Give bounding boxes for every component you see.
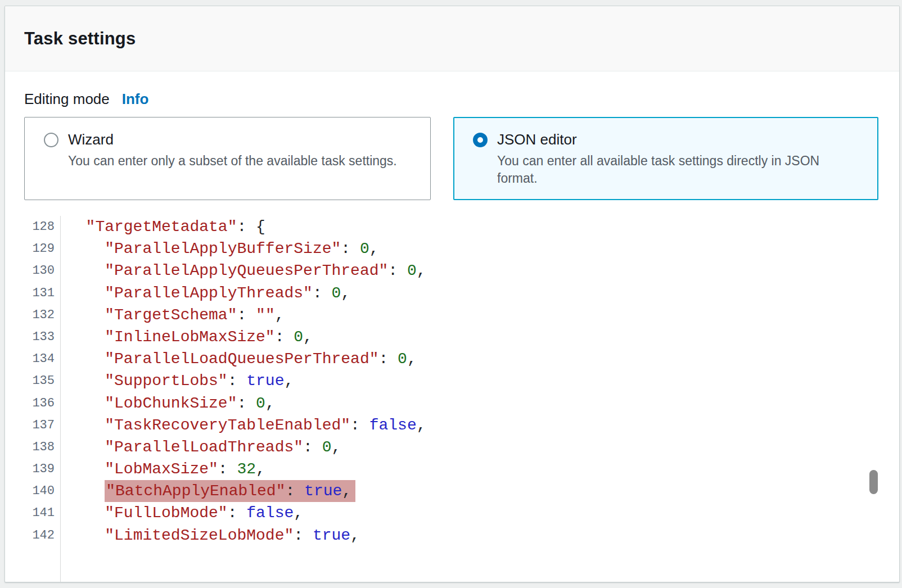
line-number: 141 [5, 502, 60, 524]
code-line[interactable]: "ParallelLoadQueuesPerThread": 0, [67, 348, 426, 370]
line-number: 137 [5, 414, 60, 436]
wizard-option-description: You can enter only a subset of the avail… [68, 152, 417, 170]
code-line[interactable]: "ParallelLoadThreads": 0, [67, 436, 426, 458]
code-line[interactable]: "InlineLobMaxSize": 0, [67, 326, 426, 348]
code-line[interactable]: "LobChunkSize": 0, [67, 392, 426, 414]
line-number: 140 [5, 480, 60, 502]
code-line[interactable]: "ParallelApplyBufferSize": 0, [67, 238, 426, 260]
editing-mode-row: Editing mode Info [24, 91, 148, 108]
line-number: 138 [5, 436, 60, 458]
task-settings-panel: Task settings Editing mode Info Wizard Y… [4, 6, 900, 582]
json-editor-option-title: JSON editor [497, 131, 577, 148]
code-line[interactable]: "LobMaxSize": 32, [67, 458, 426, 480]
line-number: 142 [5, 524, 60, 546]
line-number: 129 [5, 238, 60, 260]
highlighted-code: "BatchApplyEnabled": true, [105, 480, 355, 502]
json-editor-option-description: You can enter all available task setting… [497, 152, 849, 187]
code-line[interactable]: "FullLobMode": false, [67, 502, 426, 524]
code-lines[interactable]: "TargetMetadata": { "ParallelApplyBuffer… [67, 216, 426, 546]
json-editor-radio-button[interactable] [473, 133, 488, 147]
code-line[interactable]: "ParallelApplyThreads": 0, [67, 282, 426, 304]
code-line[interactable]: "BatchApplyEnabled": true, [67, 480, 426, 502]
panel-title: Task settings [24, 29, 136, 49]
json-code-editor[interactable]: 1281291301311321331341351361371381391401… [5, 216, 899, 582]
line-number: 139 [5, 458, 60, 480]
line-number: 133 [5, 326, 60, 348]
wizard-radio-button[interactable] [44, 133, 58, 147]
info-link[interactable]: Info [122, 91, 149, 108]
json-editor-option-head: JSON editor [473, 131, 864, 148]
editing-mode-label: Editing mode [24, 91, 110, 108]
line-number: 134 [5, 348, 60, 370]
json-editor-option-card[interactable]: JSON editor You can enter all available … [453, 117, 878, 200]
wizard-option-title: Wizard [68, 131, 114, 148]
line-number: 135 [5, 370, 60, 392]
line-number: 131 [5, 282, 60, 304]
code-line[interactable]: "ParallelApplyQueuesPerThread": 0, [67, 260, 426, 282]
line-number: 132 [5, 304, 60, 326]
code-line[interactable]: "TargetSchema": "", [67, 304, 426, 326]
code-line[interactable]: "TargetMetadata": { [67, 216, 426, 238]
panel-header: Task settings [5, 6, 899, 71]
editing-mode-options: Wizard You can enter only a subset of th… [24, 117, 878, 200]
wizard-option-card[interactable]: Wizard You can enter only a subset of th… [24, 117, 431, 200]
line-number-gutter: 1281291301311321331341351361371381391401… [5, 216, 61, 582]
vertical-scrollbar-thumb[interactable] [869, 470, 878, 494]
code-line[interactable]: "SupportLobs": true, [67, 370, 426, 392]
line-number: 136 [5, 392, 60, 414]
code-line[interactable]: "LimitedSizeLobMode": true, [67, 524, 426, 546]
wizard-option-head: Wizard [44, 131, 417, 148]
line-number: 128 [5, 216, 60, 238]
code-line[interactable]: "TaskRecoveryTableEnabled": false, [67, 414, 426, 436]
line-number: 130 [5, 260, 60, 282]
